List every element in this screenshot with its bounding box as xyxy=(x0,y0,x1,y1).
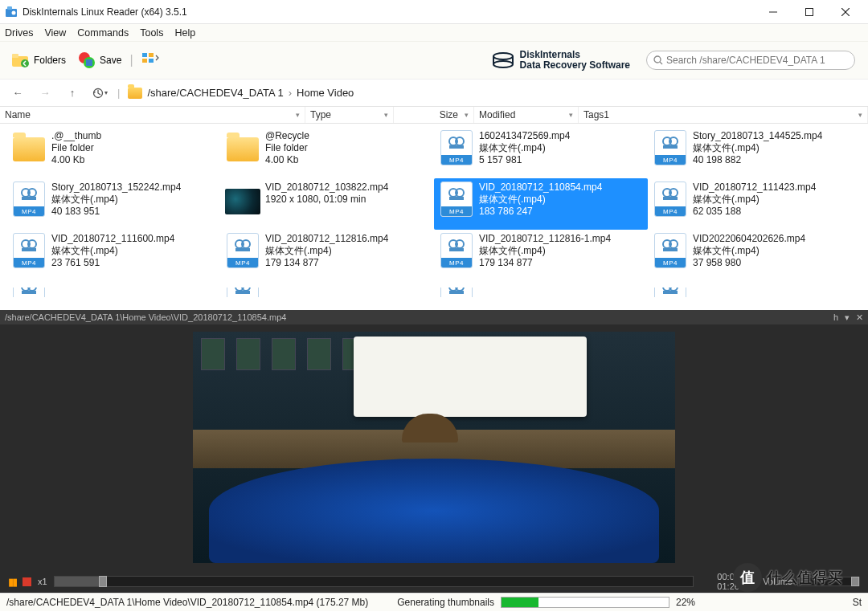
file-text: @RecycleFile folder4.00 Kb xyxy=(265,130,309,166)
seek-knob[interactable] xyxy=(99,576,107,587)
player-controls: ▮▮ x1 00:05.349 01:26.256 Volume xyxy=(0,570,868,593)
volume-knob[interactable] xyxy=(851,577,859,586)
nav-up-icon[interactable]: ↑ xyxy=(63,87,82,99)
file-item[interactable]: MP4VID20220604202626.mp4媒体文件(.mp4)37 958… xyxy=(648,230,862,281)
file-item[interactable]: MP4 xyxy=(220,284,434,297)
brand-icon xyxy=(491,48,515,72)
playback-rate[interactable]: x1 xyxy=(38,577,47,586)
progress-bar xyxy=(501,597,669,608)
search-input[interactable] xyxy=(666,55,848,66)
breadcrumb-seg1[interactable]: /share/CACHEDEV4_DATA 1 xyxy=(147,87,283,99)
col-size[interactable]: Size▾ xyxy=(394,107,474,123)
svg-rect-27 xyxy=(663,145,678,149)
nav-history-icon[interactable]: ▾ xyxy=(90,87,109,99)
filter-icon[interactable]: ▾ xyxy=(296,111,300,119)
col-type[interactable]: Type▾ xyxy=(305,107,394,123)
preview-pane: /share/CACHEDEV4_DATA 1\Home Video\VID_2… xyxy=(0,310,868,593)
svg-rect-48 xyxy=(663,248,678,251)
preview-h-label[interactable]: h xyxy=(833,312,838,323)
save-label: Save xyxy=(100,55,121,66)
file-item[interactable]: .@__thumbFile folder4.00 Kb xyxy=(6,127,220,178)
save-icon xyxy=(77,51,96,70)
mp4-file-icon: MP4 xyxy=(11,182,47,217)
menu-view[interactable]: View xyxy=(44,27,66,39)
time-elapsed: 00:05.349 xyxy=(700,572,756,581)
close-button[interactable] xyxy=(827,1,863,23)
menu-help[interactable]: Help xyxy=(174,27,195,39)
file-item[interactable]: MP4VID_20180712_111423.mp4媒体文件(.mp4)62 0… xyxy=(648,178,862,230)
svg-rect-16 xyxy=(149,59,154,63)
search-box[interactable] xyxy=(646,51,855,70)
svg-point-17 xyxy=(493,53,513,59)
folders-icon xyxy=(11,51,31,70)
file-item[interactable]: MP4VID_20180712_111600.mp4媒体文件(.mp4)23 7… xyxy=(6,230,220,281)
video-frame[interactable] xyxy=(193,332,675,563)
file-text: Story_20180713_144525.mp4媒体文件(.mp4)40 19… xyxy=(693,130,822,166)
brand-line2: Data Recovery Software xyxy=(520,60,630,71)
filter-icon[interactable]: ▾ xyxy=(465,111,469,119)
file-item[interactable]: MP41602413472569.mp4媒体文件(.mp4)5 157 981 xyxy=(434,127,648,178)
file-text: VID_20180712_103822.mp41920 x 1080, 01:0… xyxy=(265,182,388,206)
folder-icon xyxy=(11,130,47,165)
file-item[interactable]: @RecycleFile folder4.00 Kb xyxy=(220,127,434,178)
file-item[interactable]: MP4Story_20180713_152242.mp4媒体文件(.mp4)40… xyxy=(6,178,220,230)
mp4-file-icon: MP4 xyxy=(439,130,474,165)
mp4-file-icon: MP4 xyxy=(653,288,688,297)
menu-commands[interactable]: Commands xyxy=(77,27,129,39)
col-tags1[interactable]: Tags1▾ xyxy=(579,107,868,123)
maximize-button[interactable] xyxy=(791,1,827,23)
filter-icon[interactable]: ▾ xyxy=(858,111,862,119)
file-item[interactable]: MP4Story_20180713_144525.mp4媒体文件(.mp4)40… xyxy=(648,127,862,178)
preview-close-icon[interactable]: ✕ xyxy=(856,312,863,323)
col-name[interactable]: Name▾ xyxy=(0,107,305,123)
svg-rect-45 xyxy=(449,248,464,251)
file-text: VID_20180712_111600.mp4媒体文件(.mp4)23 761 … xyxy=(51,233,174,269)
file-meta: 4.00 Kb xyxy=(51,154,101,166)
preview-path: /share/CACHEDEV4_DATA 1\Home Video\VID_2… xyxy=(5,312,286,322)
preview-body xyxy=(0,324,868,570)
file-item[interactable]: MP4VID_20180712_110854.mp4媒体文件(.mp4)183 … xyxy=(434,178,648,230)
save-button[interactable]: Save xyxy=(74,49,125,71)
file-name: VID_20180712_112816-1.mp4 xyxy=(479,233,611,245)
file-meta: 179 134 877 xyxy=(479,257,611,269)
svg-rect-24 xyxy=(449,145,464,149)
view-mode-button[interactable] xyxy=(138,49,164,71)
file-item[interactable]: MP4 xyxy=(6,284,220,297)
filter-icon[interactable]: ▾ xyxy=(384,111,388,119)
file-meta: 40 183 951 xyxy=(51,206,181,218)
pause-icon[interactable]: ▮▮ xyxy=(8,576,16,588)
file-item[interactable]: VID_20180712_103822.mp41920 x 1080, 01:0… xyxy=(220,178,434,230)
volume-slider[interactable] xyxy=(797,577,860,586)
svg-point-19 xyxy=(654,56,661,63)
nav-back-icon[interactable]: ← xyxy=(8,87,27,99)
folders-button[interactable]: Folders xyxy=(8,49,69,71)
menu-drives[interactable]: Drives xyxy=(5,27,33,39)
seek-bar[interactable] xyxy=(54,576,694,587)
columns-header: Name▾ Type▾ Size▾ Modified▾ Tags1▾ xyxy=(0,106,868,124)
time-display: 00:05.349 01:26.256 xyxy=(700,572,756,591)
mp4-file-icon: MP4 xyxy=(439,182,474,217)
file-item[interactable]: MP4 xyxy=(648,284,862,297)
minimize-button[interactable] xyxy=(755,1,791,23)
nav-forward-icon[interactable]: → xyxy=(35,87,55,99)
breadcrumb-seg2[interactable]: Home Video xyxy=(297,87,354,99)
search-icon xyxy=(653,55,663,65)
folder-icon xyxy=(128,88,142,99)
menu-tools[interactable]: Tools xyxy=(140,27,163,39)
file-item[interactable]: MP4VID_20180712_112816-1.mp4媒体文件(.mp4)17… xyxy=(434,230,648,281)
svg-rect-39 xyxy=(22,248,36,251)
file-type: File folder xyxy=(265,142,309,154)
svg-rect-8 xyxy=(12,54,18,58)
file-item[interactable]: MP4 xyxy=(434,284,648,297)
file-type: 媒体文件(.mp4) xyxy=(479,194,602,206)
filter-icon[interactable]: ▾ xyxy=(569,111,573,119)
file-meta: 183 786 247 xyxy=(479,206,602,218)
file-text: 1602413472569.mp4媒体文件(.mp4)5 157 981 xyxy=(479,130,570,166)
file-type: 媒体文件(.mp4) xyxy=(693,245,805,257)
statusbar: /share/CACHEDEV4_DATA 1\Home Video\VID_2… xyxy=(0,593,868,611)
file-item[interactable]: MP4VID_20180712_112816.mp4媒体文件(.mp4)179 … xyxy=(220,230,434,281)
stop-icon[interactable] xyxy=(23,577,31,586)
col-modified[interactable]: Modified▾ xyxy=(474,107,579,123)
folder-icon xyxy=(225,130,260,165)
preview-chevron-down-icon[interactable]: ▾ xyxy=(845,312,850,323)
